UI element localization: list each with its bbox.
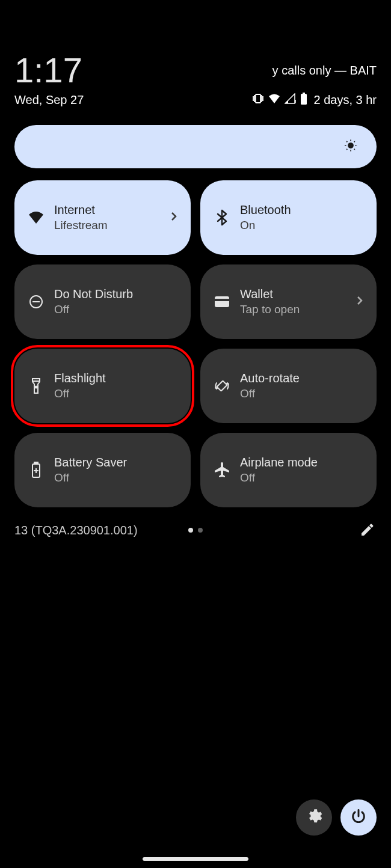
svg-rect-0 xyxy=(256,94,260,103)
auto-rotate-icon xyxy=(214,377,230,394)
svg-rect-11 xyxy=(215,296,229,307)
power-button[interactable] xyxy=(340,799,377,836)
tile-wallet[interactable]: Wallet Tap to open xyxy=(200,264,377,339)
brightness-icon xyxy=(343,138,359,156)
tile-status: Off xyxy=(54,387,177,400)
chevron-right-icon[interactable] xyxy=(356,295,363,308)
svg-rect-7 xyxy=(301,94,307,105)
tile-internet[interactable]: Internet Lifestream xyxy=(14,180,191,255)
tile-label: Battery Saver xyxy=(54,456,177,469)
svg-point-14 xyxy=(35,387,37,388)
tile-battery-saver[interactable]: Battery Saver Off xyxy=(14,433,191,507)
signal-icon: ! xyxy=(285,93,297,106)
brightness-slider[interactable] xyxy=(14,125,377,168)
tile-label: Do Not Disturb xyxy=(54,287,177,301)
tile-label: Airplane mode xyxy=(240,456,363,469)
tile-status: Tap to open xyxy=(240,303,363,316)
wifi-icon xyxy=(28,209,45,226)
flashlight-icon xyxy=(28,377,45,394)
vibrate-icon xyxy=(252,93,264,106)
svg-point-8 xyxy=(348,142,354,148)
page-indicator xyxy=(188,528,203,533)
settings-button[interactable] xyxy=(296,799,332,836)
navigation-handle[interactable] xyxy=(143,857,248,861)
chevron-right-icon[interactable] xyxy=(170,211,177,224)
tile-label: Internet xyxy=(54,203,177,217)
dnd-icon xyxy=(28,293,45,310)
build-text: 13 (TQ3A.230901.001) xyxy=(14,524,357,537)
svg-rect-15 xyxy=(217,381,227,391)
svg-rect-12 xyxy=(215,299,229,301)
svg-text:!: ! xyxy=(295,99,297,104)
tile-auto-rotate[interactable]: Auto-rotate Off xyxy=(200,349,377,423)
power-icon xyxy=(350,808,367,827)
battery-icon xyxy=(300,93,307,107)
tile-label: Auto-rotate xyxy=(240,371,363,385)
clock-time: 1:17 xyxy=(14,53,82,88)
tile-label: Wallet xyxy=(240,287,363,301)
tile-status: Off xyxy=(240,471,363,484)
wifi-icon xyxy=(268,93,281,106)
tile-bluetooth[interactable]: Bluetooth On xyxy=(200,180,377,255)
tile-label: Flashlight xyxy=(54,371,177,385)
tile-status: Off xyxy=(240,387,363,400)
bluetooth-icon xyxy=(214,209,230,226)
page-dot-inactive xyxy=(198,528,203,533)
tile-status: Off xyxy=(54,471,177,484)
carrier-text: y calls only — BAIT xyxy=(272,64,377,78)
tile-label: Bluetooth xyxy=(240,203,363,217)
battery-saver-icon xyxy=(28,462,45,478)
tile-status: Lifestream xyxy=(54,219,177,232)
battery-estimate: 2 days, 3 hr xyxy=(313,93,377,107)
tile-flashlight[interactable]: Flashlight Off xyxy=(14,349,191,423)
page-dot-active xyxy=(188,528,193,533)
gear-icon xyxy=(306,808,322,827)
edit-button[interactable] xyxy=(357,521,377,540)
tile-do-not-disturb[interactable]: Do Not Disturb Off xyxy=(14,264,191,339)
tile-status: On xyxy=(240,219,363,232)
svg-rect-6 xyxy=(303,93,305,94)
airplane-icon xyxy=(214,462,230,478)
wallet-icon xyxy=(214,293,230,310)
date-text: Wed, Sep 27 xyxy=(14,93,84,107)
tile-status: Off xyxy=(54,303,177,316)
tile-airplane-mode[interactable]: Airplane mode Off xyxy=(200,433,377,507)
status-icons: ! 2 days, 3 hr xyxy=(252,93,377,107)
